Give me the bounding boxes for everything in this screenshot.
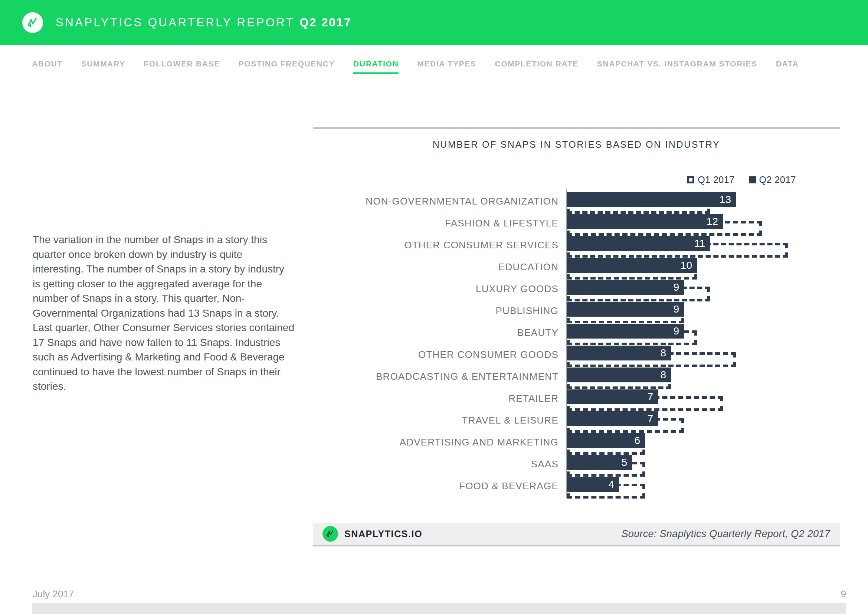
chart-legend: Q1 2017Q2 2017 [313,174,840,185]
category-label: OTHER CONSUMER GOODS [313,344,567,366]
category-label: FOOD & BEVERAGE [313,475,567,497]
chart-row: ADVERTISING AND MARKETING6 [313,431,840,453]
q2-bar: 9 [567,302,684,317]
q2-bar: 8 [567,346,671,360]
bar-value-label: 10 [680,259,692,271]
legend-item: Q2 2017 [749,174,796,185]
legend-label: Q1 2017 [698,174,735,185]
chart-row: TRAVEL & LEISURE7 [313,409,840,431]
bar-area: 12 [567,212,840,234]
commentary-paragraph: The variation in the number of Snaps in … [33,233,294,394]
pulse-icon [26,16,39,29]
nav-tab-duration[interactable]: DURATION [353,59,398,74]
q2-bar: 8 [567,367,671,382]
bar-area: 7 [567,388,840,409]
bar-value-label: 7 [647,413,653,425]
q2-bar: 9 [567,324,684,338]
source-note: Source: Snaplytics Quarterly Report, Q2 … [622,528,830,540]
bar-area: 6 [567,431,840,453]
nav-tab-completion-rate[interactable]: COMPLETION RATE [494,59,578,72]
q2-bar: 5 [567,455,632,470]
bar-value-label: 6 [634,435,640,447]
bar-area: 4 [567,475,840,497]
footer-date: July 2017 [33,588,74,600]
bar-area: 10 [567,256,840,278]
header: SNAPLYTICS QUARTERLY REPORT Q2 2017 [0,0,868,45]
bar-value-label: 7 [647,391,653,403]
bar-area: 8 [567,344,840,366]
category-label: FASHION & LIFESTYLE [313,212,567,234]
legend-solid-swatch-icon [749,176,756,183]
q2-bar: 4 [567,477,619,492]
bar-value-label: 11 [694,237,705,250]
nav-tab-data[interactable]: DATA [776,59,799,72]
bar-area: 7 [567,409,840,431]
category-label: BROADCASTING & ENTERTAINMENT [313,366,567,388]
bar-value-label: 9 [673,325,679,337]
brand-lockup: SNAPLYTICS.IO [322,526,422,542]
category-label: SAAS [313,453,567,475]
bar-area: 8 [567,366,840,388]
category-label: RETAILER [313,388,567,409]
bar-value-label: 12 [707,216,718,228]
chart-row: PUBLISHING9 [313,300,840,322]
bar-area: 9 [567,300,840,322]
report-title-quarter: Q2 2017 [299,16,352,29]
q2-bar: 7 [567,389,658,404]
q2-bar: 6 [567,433,645,448]
bar-area: 11 [567,234,840,256]
chart-row: OTHER CONSUMER SERVICES11 [313,234,840,256]
q2-bar: 11 [567,236,710,251]
nav-tab-follower-base[interactable]: FOLLOWER BASE [144,59,220,72]
report-page: SNAPLYTICS QUARTERLY REPORT Q2 2017 ABOU… [0,0,868,614]
category-label: BEAUTY [313,322,567,344]
chart-row: BEAUTY9 [313,322,840,344]
nav-tab-media-types[interactable]: MEDIA TYPES [417,59,476,72]
category-label: PUBLISHING [313,300,567,322]
chart-row: FASHION & LIFESTYLE12 [313,212,840,234]
nav-tab-snapchat-vs-instagram-stories[interactable]: SNAPCHAT VS. INSTAGRAM STORIES [597,59,757,72]
bar-value-label: 8 [660,369,666,381]
next-page-edge [32,603,846,614]
legend-dashed-swatch-icon [687,176,694,183]
page-number: 9 [841,588,846,600]
q2-bar: 13 [567,192,736,207]
report-title-text: SNAPLYTICS QUARTERLY REPORT [56,16,294,29]
chart-row: SAAS5 [313,453,840,475]
nav-tab-about[interactable]: ABOUT [32,59,63,72]
chart-row: EDUCATION10 [313,256,840,278]
main-nav: ABOUTSUMMARYFOLLOWER BASEPOSTING FREQUEN… [32,59,798,74]
chart-title: NUMBER OF SNAPS IN STORIES BASED ON INDU… [313,139,840,150]
chart-row: FOOD & BEVERAGE4 [313,475,840,497]
brand-name: SNAPLYTICS.IO [344,529,422,540]
legend-item: Q1 2017 [687,174,735,185]
nav-tab-summary[interactable]: SUMMARY [81,59,126,72]
panel-top-divider [313,127,840,129]
nav-tab-posting-frequency[interactable]: POSTING FREQUENCY [239,59,335,72]
commentary-block: The variation in the number of Snaps in … [33,233,294,394]
category-label: LUXURY GOODS [313,278,567,300]
bar-area: 9 [567,278,840,300]
bar-area: 5 [567,453,840,475]
snaplytics-logo-icon [22,12,43,33]
chart-row: BROADCASTING & ENTERTAINMENT8 [313,366,840,388]
bar-value-label: 9 [673,281,679,293]
chart-row: NON-GOVERNMENTAL ORGANIZATION13 [313,191,840,212]
bar-value-label: 4 [608,479,614,490]
chart-panel: NUMBER OF SNAPS IN STORIES BASED ON INDU… [313,127,840,497]
bar-value-label: 13 [719,194,731,206]
bar-value-label: 8 [660,347,666,359]
category-label: EDUCATION [313,256,567,278]
category-label: OTHER CONSUMER SERVICES [313,234,567,256]
chart-row: RETAILER7 [313,388,840,409]
chart-row: OTHER CONSUMER GOODS8 [313,344,840,366]
chart-row: LUXURY GOODS9 [313,278,840,300]
bar-value-label: 5 [621,457,627,468]
report-title: SNAPLYTICS QUARTERLY REPORT Q2 2017 [56,16,352,29]
snaplytics-footer-logo-icon [322,526,338,542]
bar-area: 13 [567,191,840,212]
bar-value-label: 9 [673,303,679,315]
source-band: SNAPLYTICS.IO Source: Snaplytics Quarter… [313,523,840,546]
q2-bar: 12 [567,214,723,229]
category-label: NON-GOVERNMENTAL ORGANIZATION [313,191,567,212]
